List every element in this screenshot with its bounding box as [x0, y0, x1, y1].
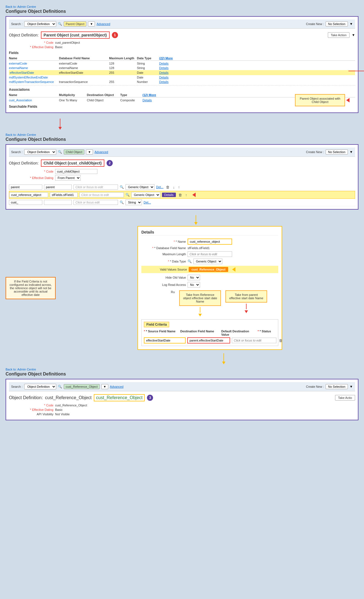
field-len-effectiveStartDate: 255	[109, 71, 137, 74]
field-details-externalName[interactable]: Details	[159, 66, 176, 70]
take-from-ref-arrow	[198, 314, 202, 316]
child-field-col3-custref[interactable]	[79, 192, 124, 197]
child-field-col3-parent[interactable]	[73, 185, 118, 190]
fc-dest-input[interactable]	[187, 337, 230, 343]
field-details-effectiveStartDate[interactable]: Details	[159, 71, 176, 74]
child-field-detail-cust[interactable]: Det...	[144, 201, 151, 204]
fc-delete-btn[interactable]: 🗑	[278, 338, 283, 343]
details-hideold-row: Hide Old Value No	[141, 275, 278, 280]
child-field-col2-parent[interactable]	[44, 185, 72, 190]
fc-data-row: 🗑	[144, 337, 276, 343]
details-maxlen-input[interactable]	[188, 251, 232, 257]
search-tag-1[interactable]: Parent Object	[64, 21, 86, 26]
panel-2: Search : Object Definition 🔍 Child Objec…	[6, 144, 358, 210]
page-title-1: Configure Object Definitions	[6, 9, 358, 14]
search-type-dropdown-1[interactable]: Object Definition	[24, 21, 56, 27]
field-details-externalCode[interactable]: Details	[159, 62, 176, 65]
parent-assoc-annotation: Parent Object associated with Child Obje…	[295, 94, 345, 106]
fc-default-input[interactable]	[232, 338, 276, 343]
field-name-externalCode[interactable]: externalCode	[9, 62, 59, 65]
eff-dating-select-2[interactable]: From Parent	[55, 175, 81, 181]
search-tag-dropdown-2[interactable]: ▼	[86, 149, 93, 154]
child-field-delete-custref[interactable]: 🗑	[178, 193, 183, 197]
details-name-label: * * Name	[141, 240, 186, 243]
back-link-3[interactable]: Back to: Admin Centre	[6, 368, 358, 371]
field-len-externalCode: 128	[109, 62, 137, 65]
field-name-externalName[interactable]: externalName	[9, 66, 59, 70]
field-type-mdfEffEnd: Date	[137, 76, 159, 79]
no-selection-arrow-1[interactable]: ▼	[350, 22, 353, 26]
field-name-mdfTxSeq[interactable]: mdfSystemTransactionSequence	[9, 80, 59, 84]
search-icon-custref: 🔍	[126, 193, 130, 197]
no-selection-arrow-2[interactable]: ▼	[350, 150, 353, 154]
back-link-2[interactable]: Back to: Admin Centre	[6, 133, 358, 136]
code-input-2[interactable]	[55, 169, 97, 174]
no-selection-arrow-3[interactable]: ▼	[350, 385, 353, 389]
search-tag-2[interactable]: Child Object	[64, 149, 84, 154]
details-vvs-row: Valid Values Source cust_Reference_Objec…	[141, 266, 278, 273]
field-name-effectiveStartDate[interactable]: effectiveStartDate	[9, 71, 59, 75]
details-name-row: * * Name	[141, 239, 278, 245]
take-from-ref-annotation: Take from Reference object effective sta…	[179, 290, 221, 306]
details-logread-row: Log Read Access No	[141, 282, 278, 288]
child-field-type-custref[interactable]: Generic Object	[131, 192, 160, 198]
assoc-col-mult: Multiplicity	[59, 93, 87, 97]
child-field-down-parent[interactable]: ↓	[172, 185, 176, 189]
search-icon-2: 🔍	[58, 150, 62, 154]
details-logread-select[interactable]: No	[188, 282, 200, 288]
advanced-link-3[interactable]: Advanced	[110, 385, 124, 388]
col-more-th[interactable]: (22) More	[159, 57, 181, 60]
assoc-details-cust[interactable]: Details	[142, 99, 165, 102]
search-tag-dropdown-3[interactable]: ▼	[101, 384, 108, 389]
eff-dating-label-2: * Effective Dating	[20, 176, 53, 180]
child-field-col2-custref[interactable]	[50, 192, 78, 197]
details-datatype-select[interactable]: Generic Object	[193, 259, 222, 264]
search-type-dropdown-2[interactable]: Object Definition	[24, 149, 56, 155]
fields-table-header-1: Name Database Field Name Maximum Length …	[9, 56, 355, 61]
child-field-col1-custref[interactable]	[9, 192, 48, 197]
field-name-mdfEffEnd[interactable]: mdfSystemEffectiveEndDate	[9, 76, 59, 79]
child-field-type-cust[interactable]: String	[126, 200, 142, 205]
details-dbfield-value: sfFields.sfField1	[188, 246, 210, 250]
take-action-btn-1[interactable]: Take Action	[328, 32, 350, 38]
child-field-row-cust-ref: 🔍 Generic Object Details 🗑 ↑	[9, 191, 355, 199]
assoc-col-more[interactable]: (12) More	[142, 93, 165, 97]
child-field-col1-cust[interactable]	[9, 200, 42, 205]
field-details-mdfTxSeq[interactable]: Details	[159, 80, 176, 84]
child-field-detail-parent[interactable]: Det...	[156, 185, 163, 189]
advanced-link-1[interactable]: Advanced	[97, 22, 110, 26]
field-details-mdfEffEnd[interactable]: Details	[159, 76, 176, 79]
field-row-externalName: externalName externalName 128 String Det…	[9, 66, 355, 70]
assoc-name-cust[interactable]: cust_Association	[9, 99, 59, 102]
details-hideold-select[interactable]: No	[188, 275, 200, 280]
advanced-link-2[interactable]: Advanced	[95, 150, 108, 154]
code-value-1: cust_parentObject	[55, 41, 80, 44]
child-field-details-custref[interactable]: Details	[162, 193, 176, 197]
fc-col-dest-th: Destination Field Name	[180, 330, 221, 336]
search-tag-3[interactable]: cust_Reference_Object	[64, 384, 100, 389]
search-type-dropdown-3[interactable]: Object Definition	[24, 384, 56, 389]
search-tag-dropdown-1[interactable]: ▼	[88, 21, 95, 26]
no-selection-btn-1[interactable]: No Selection	[326, 21, 348, 26]
details-name-input[interactable]	[188, 239, 232, 245]
child-field-type-parent[interactable]: Generic Object	[126, 184, 154, 190]
code-row-1: * Code cust_parentObject	[9, 41, 355, 44]
child-field-col3-cust[interactable]	[73, 200, 118, 205]
child-field-delete-parent[interactable]: 🗑	[165, 185, 170, 189]
child-field-col1-parent[interactable]	[9, 185, 42, 190]
fc-col-source-th: * * Source Field Name	[144, 330, 180, 336]
back-link-1[interactable]: Back to: Admin Centre	[6, 5, 358, 8]
obj-def-header-3: Object Definition: cust_Reference_Object…	[9, 394, 355, 401]
fc-col-status-th: * * Status	[258, 330, 276, 336]
child-field-up-custref[interactable]: ↑	[185, 193, 188, 197]
child-field-up-parent[interactable]: ↑	[177, 185, 181, 189]
col-name-th: Name	[9, 57, 59, 60]
fc-source-input[interactable]	[144, 337, 186, 343]
child-field-col2-cust[interactable]	[44, 200, 72, 205]
take-action-btn-3[interactable]: Take Actio	[335, 395, 355, 401]
no-selection-btn-2[interactable]: No Selection	[326, 149, 348, 154]
no-selection-btn-3[interactable]: No Selection	[326, 384, 348, 389]
obj-def-label-2: Object Definition:	[9, 161, 39, 165]
badge-3: 3	[147, 395, 153, 401]
details-vvs-btn[interactable]: cust_Reference_Object	[189, 267, 228, 272]
